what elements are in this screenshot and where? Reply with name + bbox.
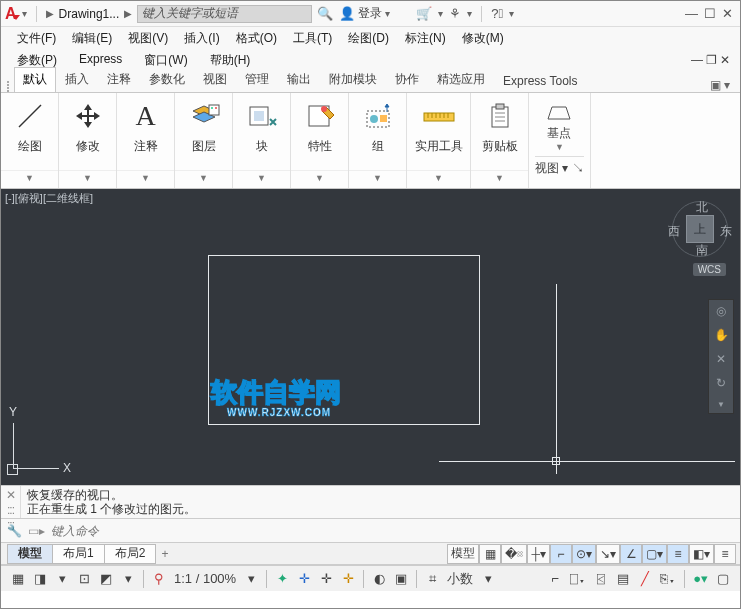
share-icon[interactable]: ⚘ — [449, 6, 461, 21]
quickprops-icon[interactable]: ▤ — [612, 569, 634, 589]
tool-icon[interactable]: ▾ — [240, 569, 262, 589]
gizmo-icon[interactable]: ✛ — [293, 569, 315, 589]
measure-icon[interactable] — [407, 97, 470, 135]
tool-icon[interactable]: ◩ — [95, 569, 117, 589]
tool-icon[interactable]: ⊡ — [73, 569, 95, 589]
tool-icon[interactable]: ◨ — [29, 569, 51, 589]
viewport-label[interactable]: [-][俯视][二维线框] — [5, 191, 93, 206]
tab-parametric[interactable]: 参数化 — [140, 67, 194, 92]
panel-group-expand[interactable]: ▼ — [349, 170, 406, 188]
menu-file[interactable]: 文件(F) — [11, 28, 62, 49]
menu-view[interactable]: 视图(V) — [122, 28, 174, 49]
minimize-button[interactable]: — — [685, 6, 698, 21]
doc-minimize-button[interactable]: — — [691, 53, 703, 67]
search-icon[interactable]: 🔍 — [317, 6, 333, 21]
tab-model[interactable]: 模型 — [7, 544, 53, 564]
grid-icon[interactable]: ▦ — [479, 544, 501, 564]
cmd-prompt-icon[interactable]: ▭▸ — [28, 524, 45, 538]
clipboard-icon[interactable] — [471, 97, 528, 135]
tab-layout2[interactable]: 布局2 — [104, 544, 157, 564]
tool-icon[interactable]: ⎕▾ — [566, 569, 590, 589]
steering-wheel-icon[interactable]: ◎ — [716, 304, 726, 318]
annoscale-icon[interactable]: ⚲ — [148, 569, 170, 589]
maximize-button[interactable]: ☐ — [704, 6, 716, 21]
app-logo-icon[interactable]: A — [5, 5, 17, 23]
menu-insert[interactable]: 插入(I) — [178, 28, 225, 49]
gizmo-icon[interactable]: ✦ — [271, 569, 293, 589]
panel-layers-expand[interactable]: ▼ — [175, 170, 232, 188]
units-label[interactable]: 小数 — [443, 569, 477, 589]
command-line[interactable]: 🔧 ▭▸ — [1, 519, 740, 543]
move-icon[interactable] — [59, 97, 116, 135]
pan-icon[interactable]: ✋ — [714, 328, 729, 342]
command-input[interactable] — [51, 524, 734, 538]
panel-block-expand[interactable]: ▼ — [233, 170, 290, 188]
doc-restore-button[interactable]: ❐ — [706, 53, 717, 67]
menu-icon[interactable]: ≡ — [714, 544, 736, 564]
orbit-icon[interactable]: ↻ — [716, 376, 726, 390]
drawing-canvas[interactable]: [-][俯视][二维线框] X Y 软件自学网 WWW.RJZXW.COM 上 … — [1, 189, 740, 485]
line-icon[interactable] — [1, 97, 58, 135]
tab-annotate[interactable]: 注释 — [98, 67, 140, 92]
help-icon[interactable]: ?⃝ — [491, 6, 503, 21]
cmd-close-icon[interactable]: ✕:::::: — [1, 486, 21, 518]
panel-utilities-expand[interactable]: ▼ — [407, 170, 470, 188]
lineweight-icon[interactable]: ≡ — [667, 544, 689, 564]
wcs-label[interactable]: WCS — [693, 263, 726, 276]
cycling-icon[interactable]: ◧▾ — [689, 544, 714, 564]
cart-icon[interactable]: 🛒 — [416, 6, 432, 21]
osnap-icon[interactable]: ▢▾ — [642, 544, 667, 564]
menu-format[interactable]: 格式(O) — [230, 28, 283, 49]
ribbon-grip-icon[interactable] — [5, 81, 11, 92]
add-layout-button[interactable]: + — [155, 547, 174, 561]
doc-close-button[interactable]: ✕ — [720, 53, 730, 67]
panel-draw-expand[interactable]: ▼ — [1, 170, 58, 188]
status-model[interactable]: 模型 — [447, 544, 479, 564]
zoom-extents-icon[interactable]: ✕ — [716, 352, 726, 366]
tab-view[interactable]: 视图 — [194, 67, 236, 92]
scale-label[interactable]: 1:1 / 100% — [170, 569, 240, 589]
doc-dropdown-icon[interactable]: ▶ — [124, 8, 132, 19]
ortho-icon[interactable]: ⌐ — [550, 544, 572, 564]
customize-icon[interactable]: 🔧 — [7, 524, 22, 538]
login-dropdown-icon[interactable]: ▾ — [385, 8, 390, 19]
tool-icon[interactable]: ▾ — [51, 569, 73, 589]
tab-layout1[interactable]: 布局1 — [52, 544, 105, 564]
iso-icon[interactable]: ↘▾ — [596, 544, 620, 564]
tool-icon[interactable]: ⍃ — [590, 569, 612, 589]
clean-screen-icon[interactable]: ▢ — [712, 569, 734, 589]
tab-manage[interactable]: 管理 — [236, 67, 278, 92]
basepoint-icon[interactable] — [544, 99, 574, 125]
panel-properties-expand[interactable]: ▼ — [291, 170, 348, 188]
qat-nav-icon[interactable]: ▶ — [46, 8, 54, 19]
menu-modify[interactable]: 修改(M) — [456, 28, 510, 49]
otrack-icon[interactable]: ∠ — [620, 544, 642, 564]
tool-icon[interactable]: ▦ — [7, 569, 29, 589]
workspace-icon[interactable]: ⎘▾ — [656, 569, 680, 589]
polar-icon[interactable]: ⊙▾ — [572, 544, 596, 564]
user-icon[interactable]: 👤 — [339, 6, 355, 21]
menu-edit[interactable]: 编辑(E) — [66, 28, 118, 49]
gizmo-icon[interactable]: ✛ — [337, 569, 359, 589]
units-icon[interactable]: ⌗ — [421, 569, 443, 589]
viewcube[interactable]: 上 北 南 西 东 — [672, 201, 728, 257]
ribbon-collapse-icon[interactable]: ▣ ▾ — [704, 78, 736, 92]
tab-addins[interactable]: 附加模块 — [320, 67, 386, 92]
qat-dropdown-icon[interactable]: ▾ — [22, 8, 27, 19]
gizmo-icon[interactable]: ✛ — [315, 569, 337, 589]
panel-clipboard-expand[interactable]: ▼ — [471, 170, 528, 188]
tab-output[interactable]: 输出 — [278, 67, 320, 92]
group-icon[interactable] — [349, 97, 406, 135]
tab-featured[interactable]: 精选应用 — [428, 67, 494, 92]
annotation-icon[interactable]: ╱ — [634, 569, 656, 589]
dynamic-input-icon[interactable]: ┼▾ — [527, 544, 550, 564]
panel-annotate-expand[interactable]: ▼ — [117, 170, 174, 188]
snap-icon[interactable]: �⦂⦂ — [501, 544, 527, 564]
menu-draw[interactable]: 绘图(D) — [342, 28, 395, 49]
layers-icon[interactable] — [175, 97, 232, 135]
tab-express-tools[interactable]: Express Tools — [494, 70, 586, 92]
tab-collab[interactable]: 协作 — [386, 67, 428, 92]
view-panel-label[interactable]: 视图 ▾ ↘ — [535, 156, 584, 177]
block-icon[interactable] — [233, 97, 290, 135]
search-input[interactable]: 键入关键字或短语 — [137, 5, 312, 23]
